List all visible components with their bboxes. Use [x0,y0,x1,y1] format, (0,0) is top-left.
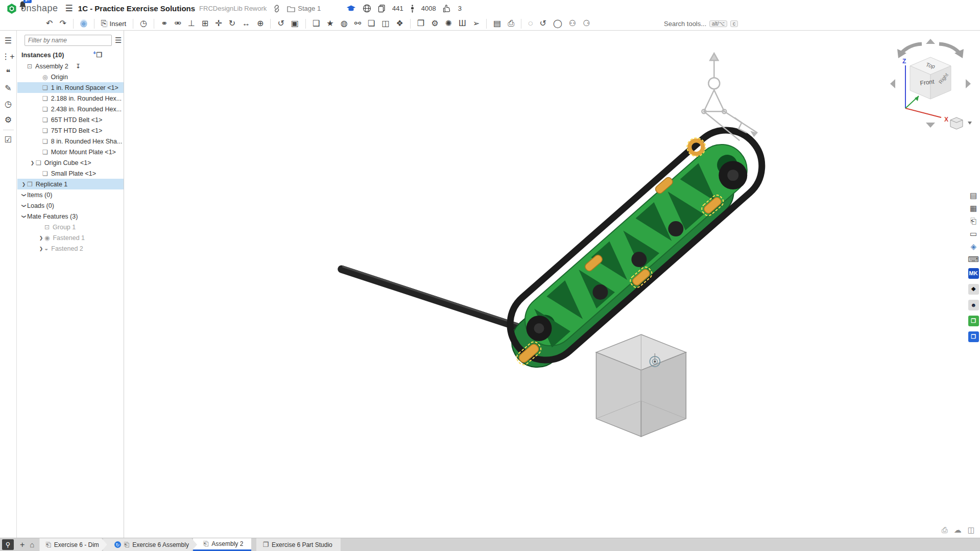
tree-item[interactable]: ❏65T HTD Belt <1> [17,114,124,125]
insert-part-button[interactable]: ❏ [367,19,376,28]
planar-mate-button[interactable]: ⚮ [173,19,182,28]
insert-button[interactable]: ⎘Insert [100,19,127,28]
explode-view-button[interactable]: ⚆ [582,19,591,28]
rotate-right-arrow[interactable] [939,44,960,53]
green-library[interactable]: ❐ [968,316,979,326]
tab-exercise-6-assembly[interactable]: ↻⎗Exercise 6 Assembly [103,538,197,551]
redo-button[interactable]: ↷ [58,19,67,28]
notifications-button[interactable]: 9+ [18,1,27,12]
hex-shaft[interactable] [342,269,533,332]
copies-icon[interactable] [378,5,386,13]
mkcad-extension[interactable]: MK [968,268,979,279]
rotate-left-arrow[interactable] [901,44,922,53]
configurations-icon[interactable]: ▦ [970,204,977,212]
favorites-button[interactable]: ★ [325,19,334,28]
tree-item[interactable]: ⊡Assembly 2↧ [17,61,124,71]
fix-anchor-icon[interactable]: ↧ [76,63,81,70]
gear-pair-button[interactable]: ⚙ [430,19,439,28]
butterfly-extension[interactable]: ❖ [968,284,979,295]
filter-input[interactable] [25,35,112,46]
history-button[interactable]: ◷ [139,19,148,28]
section-header[interactable]: ❯Mate Features (3) [17,211,124,222]
revert-position-button[interactable]: ↺ [276,19,285,28]
list-view-icon[interactable]: ☰ [115,36,122,45]
section-header[interactable]: ❯Items (0) [17,189,124,200]
cloud-status-icon[interactable]: ☁ [954,525,962,535]
tilt-up-arrow[interactable] [926,39,935,44]
tree-item[interactable]: ❏8 in. Rounded Hex Sha... [17,136,124,147]
tree-item[interactable]: ❏2.438 in. Rounded Hex... [17,104,124,114]
education-plan-icon[interactable] [346,5,356,12]
design-search-icon[interactable]: ⚙ [5,116,12,124]
release-notes-icon[interactable]: ✎ [5,84,11,92]
expand-chevron-icon[interactable]: ❯ [38,235,44,241]
mate-feature-item[interactable]: ⊡Group 1 [17,222,124,232]
expand-chevron-icon[interactable]: ❯ [21,213,27,220]
clearance-check-button[interactable]: ⚇ [568,19,577,28]
derived-part-button[interactable]: ◍ [340,19,349,28]
public-globe-icon[interactable] [363,4,371,13]
display-states-button[interactable]: ◫ [380,19,390,28]
tab-exercise-6-dim[interactable]: ⎗Exercise 6 - Dim [39,538,107,551]
mate-connector-button[interactable]: ⊥ [187,19,196,28]
animate-button[interactable]: ↺ [538,19,547,28]
onshape-logo[interactable]: onshape [6,3,58,14]
tree-item[interactable]: ❯❐Replicate 1 [17,179,124,189]
translate-part-button[interactable]: ↔ [241,19,251,28]
search-tools[interactable]: Search tools... alt/⌥ c [660,18,742,29]
new-tab-button[interactable]: + [20,540,25,549]
tag-button[interactable]: ➢ [472,19,481,28]
bom-table-button[interactable]: ▤ [492,19,502,28]
layout-views-icon[interactable]: ◫ [968,525,975,535]
create-drawing-button[interactable]: ⎙ [507,19,515,28]
interference-check-button[interactable]: ◯ [552,19,563,28]
rotate-part-button[interactable]: ↻ [228,19,236,28]
comments-icon[interactable]: ❝ [6,68,11,77]
gem-extension-icon[interactable]: ◈ [970,243,976,250]
tree-item[interactable]: ❏Motor Mount Plate <1> [17,147,124,157]
parts-folder-button[interactable]: ❐ [416,19,425,28]
tree-item[interactable]: ❏75T HTD Belt <1> [17,125,124,136]
expand-chevron-icon[interactable]: ❯ [21,191,27,198]
selection-region-button[interactable]: ❑ [312,19,321,28]
tilt-down-arrow[interactable] [926,123,935,128]
likes-icon[interactable] [443,5,451,13]
spur-gear-button[interactable]: ✺ [444,19,453,28]
expand-chevron-icon[interactable]: ❯ [38,246,44,251]
update-latest-button[interactable]: ◉ [79,19,88,28]
render-settings-icon[interactable]: ⎙ [942,525,948,535]
move-part-button[interactable]: ✛ [214,19,223,28]
group-parts-button[interactable]: ⊞ [201,19,209,28]
mate-button[interactable]: ⚭ [160,19,169,28]
mate-feature-item[interactable]: ❯◉Fastened 1 [17,232,124,243]
history-timer-icon[interactable]: ◷ [5,100,12,108]
3d-viewport[interactable]: Top Front Right Z X ▤▦⎗▭◈⌨MK❖☻❐❐ ⎙☁◫ [125,31,980,538]
tree-item[interactable]: ❏Small Plate <1> [17,168,124,179]
tab-exercise-6-part-studio[interactable]: ❐Exercise 6 Part Studio [256,538,340,551]
checklist-icon[interactable]: ☑ [5,136,12,144]
tab-search-button[interactable]: ⚲ [2,539,14,550]
properties-panel-icon[interactable]: ▤ [970,191,977,199]
mate-feature-item[interactable]: ❯◒Fastened 2 [17,243,124,254]
featurescript-icon[interactable]: ⌨ [968,255,979,263]
tree-item[interactable]: ❏1 in. Round Spacer <1> [17,82,124,93]
robot-extension[interactable]: ☻ [968,300,979,310]
sketch-loop-button[interactable]: ◌ [527,19,534,28]
rack-gear-button[interactable]: Ш [458,19,467,28]
main-menu-icon[interactable]: ☰ [65,3,73,14]
folder-location[interactable]: Stage 1 [287,5,321,12]
tab-assembly-2[interactable]: ⎗Assembly 2 [193,538,251,551]
tree-item[interactable]: ❯❏Origin Cube <1> [17,157,124,168]
versions-icon[interactable]: ⋮+ [2,53,14,61]
pan-right-arrow[interactable] [966,79,971,88]
tree-item[interactable]: ◎Origin [17,71,124,82]
section-header[interactable]: ❯Loads (0) [17,200,124,211]
section-view-icon[interactable]: ▭ [970,230,977,237]
pan-left-arrow[interactable] [890,79,895,88]
projection-caret-icon[interactable] [968,122,972,125]
share-context-button[interactable]: ⚯ [353,19,362,28]
blue-library[interactable]: ❐ [968,331,979,342]
expand-chevron-icon[interactable]: ❯ [29,160,36,165]
part-studio-link-icon[interactable]: ⎗ [970,217,976,225]
center-mate-button[interactable]: ⊕ [256,19,265,28]
